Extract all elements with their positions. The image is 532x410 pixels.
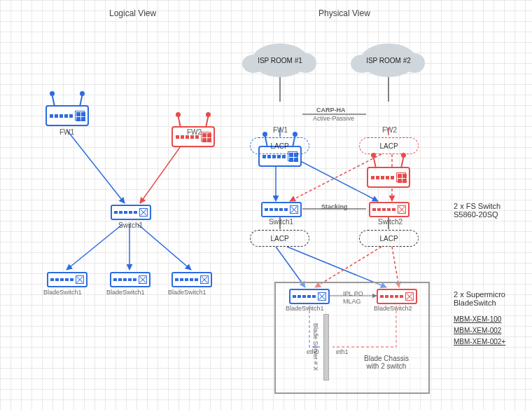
carp-ha-label: CARP-HA [316, 107, 346, 114]
fw1-label-logical: FW1 [59, 128, 74, 136]
switch1-node-physical [261, 202, 302, 217]
fs-switch-note: 2 x FS Switch S5860-20SQ [454, 202, 500, 219]
bladeswitch2-node [377, 289, 417, 304]
chassis-caption: Blade Chassis with 2 switch [364, 355, 409, 370]
svg-line-0 [66, 130, 125, 203]
blade-model-link-0[interactable]: MBM-XEM-100 [454, 315, 501, 323]
isp1-label: ISP ROOM #1 [258, 57, 302, 64]
isp1-cloud: ISP ROOM #1 [252, 43, 308, 77]
bladeswitch2-label: BladeSwitch2 [374, 305, 412, 312]
lacp-sw2: LACP [359, 230, 419, 247]
physical-view-title: Physical View [318, 8, 370, 18]
eth1-label: eth1 [336, 348, 349, 355]
fw2-label-logical: FW2 [187, 128, 202, 136]
switch1-node-logical [111, 205, 151, 220]
fw1-label-physical: FW1 [273, 126, 288, 134]
eth0-label: eth0 [307, 348, 319, 355]
bladeswitch1-node [289, 289, 330, 304]
fw2-label-physical: FW2 [382, 126, 397, 134]
carp-sub-label: Active-Passive [313, 115, 354, 122]
bladeswitch1-c-label: BladeSwitch1 [168, 289, 206, 296]
blade-model-link-1[interactable]: MBM-XEM-002 [454, 327, 501, 334]
svg-line-2 [66, 224, 122, 270]
mlag-label: MLAG [343, 298, 361, 305]
svg-line-4 [138, 224, 191, 270]
sm-blade-note: 2 x Supermicro BladeSwitch [454, 290, 505, 307]
switch1-label-physical: Switch1 [269, 218, 293, 226]
fw2-node-physical [367, 167, 410, 188]
lacp-fw1: LACP [250, 137, 309, 154]
isp2-cloud: ISP ROOM #2 [360, 43, 416, 77]
lacp-fw2: LACP [359, 137, 419, 154]
blade-server-bar [323, 314, 329, 381]
switch2-node-physical [369, 202, 410, 217]
bladeswitch1-a-label: BladeSwitch1 [43, 289, 82, 296]
switch2-label-physical: Switch2 [378, 218, 402, 226]
isp2-label: ISP ROOM #2 [366, 57, 411, 64]
stacking-label: Stacking [321, 203, 348, 210]
bladeswitch1-label: BladeSwitch1 [286, 305, 324, 312]
bladeswitch1-b-label: BladeSwitch1 [106, 289, 145, 296]
bladeswitch1-a-node [47, 272, 88, 287]
blade-model-link-2[interactable]: MBM-XEM-002+ [454, 338, 505, 346]
bladeswitch1-b-node [110, 272, 150, 287]
ipl-label: IPL PO [343, 290, 363, 297]
switch1-label-logical: Switch1 [118, 221, 143, 229]
blade-server-label: Blade Server # X [312, 323, 319, 371]
logical-view-title: Logical View [109, 8, 156, 18]
fw1-node-logical [46, 105, 89, 126]
lacp-sw1: LACP [250, 230, 309, 247]
bladeswitch1-c-node [172, 272, 212, 287]
